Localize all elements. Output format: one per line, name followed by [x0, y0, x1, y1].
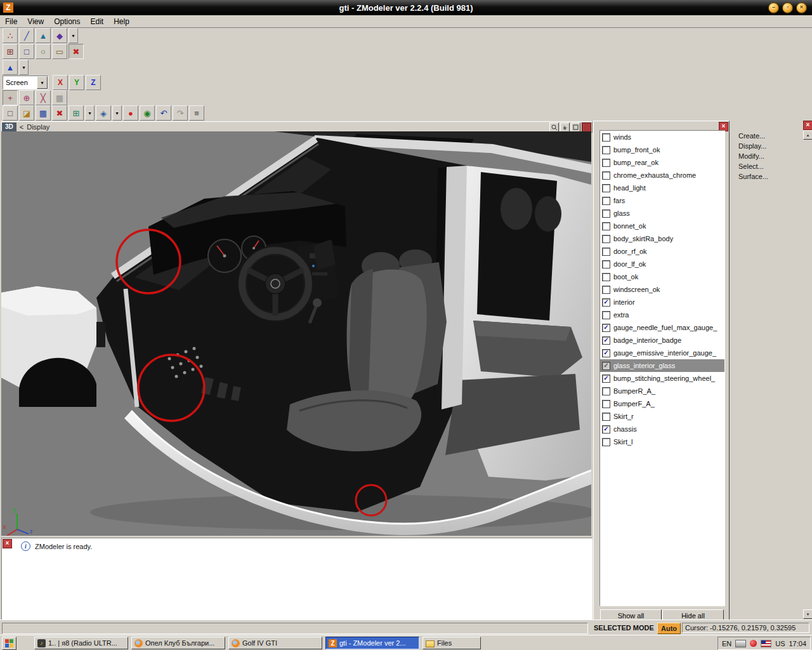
visibility-checkbox[interactable]: ✓	[602, 362, 610, 370]
visibility-checkbox[interactable]	[602, 260, 610, 269]
hierarchy-item[interactable]: ✓bump_stitching_steering_wheel_	[600, 372, 724, 385]
command-panel-scrollbar[interactable]: × ▲ ▼	[803, 121, 812, 620]
visibility-checkbox[interactable]: ✓	[602, 375, 610, 383]
hierarchy-item[interactable]: BumperF_A_	[600, 397, 724, 410]
edit-extra-icon[interactable]: ▦	[52, 90, 67, 105]
visibility-checkbox[interactable]	[602, 209, 610, 218]
select-single-icon[interactable]: □	[19, 44, 34, 59]
hierarchy-item[interactable]: winds	[600, 131, 724, 143]
hierarchy-item[interactable]: ✓gauge_emissive_interior_gauge_	[600, 347, 724, 359]
visibility-checkbox[interactable]	[602, 133, 610, 142]
log-close-button[interactable]: ×	[3, 539, 12, 548]
layout-indicator[interactable]: US	[775, 640, 785, 647]
hierarchy-item[interactable]: ✓badge_interior_badge	[600, 334, 724, 347]
new-file-icon[interactable]: □	[3, 105, 18, 121]
shield-icon[interactable]	[750, 640, 757, 647]
command-select[interactable]: Select...	[730, 161, 802, 171]
visibility-checkbox[interactable]: ✓	[602, 425, 610, 434]
taskbar-item[interactable]: Zgti - ZModeler ver 2...	[325, 637, 419, 649]
viewport-back-arrow[interactable]: <	[20, 123, 23, 131]
record-icon[interactable]: ●	[123, 105, 138, 121]
menu-item-edit[interactable]: Edit	[86, 17, 109, 26]
edit-rotate-icon[interactable]: ⊕	[19, 90, 34, 105]
polygons-mode-icon[interactable]: ▲	[36, 28, 51, 43]
hierarchy-item[interactable]: boot_ok	[600, 270, 724, 283]
keyboard-icon[interactable]	[735, 640, 746, 647]
hierarchy-item[interactable]: extra	[600, 308, 724, 321]
hierarchy-item[interactable]: fars	[600, 194, 724, 207]
redo-icon[interactable]: ↷	[173, 105, 188, 121]
save-file-icon[interactable]: ▦	[36, 105, 51, 121]
panel-close-button[interactable]: ×	[803, 121, 812, 130]
visibility-checkbox[interactable]	[602, 286, 610, 294]
hierarchy-item[interactable]: ✓glass_interior_glass	[600, 359, 724, 372]
minimize-button[interactable]: –	[768, 3, 779, 13]
undo-icon[interactable]: ↶	[156, 105, 171, 121]
visibility-checkbox[interactable]	[602, 248, 610, 256]
edges-mode-icon[interactable]: ╱	[19, 28, 34, 43]
select-quad-icon[interactable]: ⊞	[3, 44, 18, 59]
objects-mode-icon[interactable]: ◆	[52, 28, 67, 43]
menu-item-view[interactable]: View	[22, 17, 49, 26]
chevron-down-icon[interactable]: ▾	[37, 76, 48, 89]
visibility-checkbox[interactable]	[602, 400, 610, 408]
visibility-checkbox[interactable]: ✓	[602, 336, 610, 345]
scroll-up-button[interactable]: ▲	[803, 130, 812, 140]
taskbar-item[interactable]: ♪1.. | я8 (Radio ULTR...	[34, 637, 128, 649]
menu-item-options[interactable]: Options	[49, 17, 85, 26]
hierarchy-item[interactable]: Skirt_l	[600, 435, 724, 448]
hierarchy-item[interactable]: BumperR_A_	[600, 385, 724, 397]
hierarchy-item[interactable]: bump_rear_ok	[600, 156, 724, 169]
hierarchy-item[interactable]: ✓interior	[600, 296, 724, 308]
axis-y-button[interactable]: Y	[69, 75, 84, 90]
viewport-3d-canvas[interactable]: y z x	[1, 131, 591, 536]
visibility-checkbox[interactable]	[602, 273, 610, 281]
visibility-checkbox[interactable]	[602, 222, 610, 230]
taskbar-item[interactable]: Опел Клуб Българи...	[131, 637, 225, 649]
start-button[interactable]	[2, 637, 16, 650]
hierarchy-item[interactable]: Skirt_r	[600, 410, 724, 423]
hierarchy-item[interactable]: door_rf_ok	[600, 245, 724, 258]
command-create[interactable]: Create...	[730, 131, 802, 141]
visibility-checkbox[interactable]	[602, 171, 610, 180]
command-surface[interactable]: Surface...	[730, 171, 802, 182]
hierarchy-item[interactable]: ✓gauge_needle_fuel_max_gauge_	[600, 321, 724, 334]
scroll-down-button[interactable]: ▼	[803, 609, 812, 619]
viewport-menu-icon[interactable]	[582, 123, 591, 132]
hierarchy-item[interactable]: bump_front_ok	[600, 143, 724, 156]
visibility-checkbox[interactable]	[602, 159, 610, 167]
taskbar-item[interactable]: Golf IV GTI	[228, 637, 322, 649]
language-indicator[interactable]: EN	[722, 640, 731, 647]
menu-item-file[interactable]: File	[0, 17, 22, 26]
viewport-mode-tab[interactable]: 3D	[2, 123, 16, 131]
hierarchy-item[interactable]: ✓chassis	[600, 423, 724, 435]
visibility-checkbox[interactable]	[602, 146, 610, 154]
view-select[interactable]: Screen ▾	[3, 76, 48, 90]
clone-icon[interactable]: ⊞	[69, 105, 84, 121]
taskbar-item[interactable]: Files	[422, 637, 481, 649]
visibility-checkbox[interactable]	[602, 311, 610, 319]
close-button[interactable]: ×	[796, 3, 807, 13]
visibility-checkbox[interactable]	[602, 387, 610, 395]
script-icon[interactable]: ≡	[189, 105, 204, 121]
axis-z-button[interactable]: Z	[86, 75, 101, 90]
zoom-icon[interactable]	[549, 123, 559, 132]
modes-dropdown-icon[interactable]: ▾	[69, 28, 78, 43]
visibility-checkbox[interactable]: ✓	[602, 349, 610, 357]
visibility-checkbox[interactable]	[602, 184, 610, 192]
axis-x-button[interactable]: X	[53, 75, 68, 90]
auto-toggle[interactable]: Auto	[657, 623, 681, 634]
command-display[interactable]: Display...	[730, 141, 802, 151]
visibility-checkbox[interactable]	[602, 235, 610, 243]
import-dropdown-icon[interactable]: ▾	[112, 105, 122, 121]
open-file-icon[interactable]: ◪	[19, 105, 34, 121]
hierarchy-item[interactable]: glass	[600, 207, 724, 220]
import-icon[interactable]: ◈	[96, 105, 111, 121]
visibility-checkbox[interactable]: ✓	[602, 298, 610, 307]
vertices-mode-icon[interactable]: ∴	[3, 28, 18, 43]
select-invert-icon[interactable]: ✖	[69, 44, 84, 59]
visibility-checkbox[interactable]	[602, 438, 610, 446]
visibility-checkbox[interactable]: ✓	[602, 324, 610, 332]
hierarchy-item[interactable]: head_light	[600, 182, 724, 194]
delete-icon[interactable]: ✖	[52, 105, 67, 121]
